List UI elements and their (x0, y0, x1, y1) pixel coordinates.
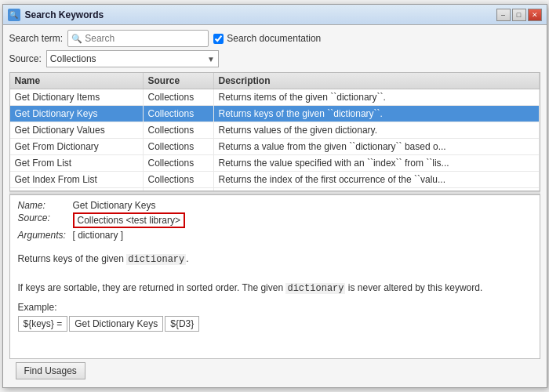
source-label: Source: (9, 53, 42, 64)
find-usages-button[interactable]: Find Usages (16, 362, 85, 379)
desc-line2: If keys are sortable, they are returned … (18, 281, 532, 296)
detail-args-label: Arguments: (18, 230, 73, 241)
cell-name: Get Dictionary Items (10, 89, 144, 105)
table-row[interactable]: Get From DictionaryCollectionsReturns a … (10, 139, 540, 155)
detail-args-value: [ dictionary ] (73, 230, 124, 241)
cell-name: Get Dictionary Values (10, 122, 144, 138)
search-icon: 🔍 (71, 34, 82, 44)
cell-description: Returns the value specified with an ``in… (214, 155, 540, 171)
search-row: Search term: 🔍 Search documentation (9, 30, 540, 47)
desc-dict-code2: dictionary (285, 283, 345, 294)
table-row[interactable]: Get Dictionary ItemsCollectionsReturns i… (10, 89, 540, 106)
title-bar: 🔍 Search Keywords – □ ✕ (3, 5, 547, 25)
table-body: Get Dictionary ItemsCollectionsReturns i… (10, 89, 540, 191)
cell-description: Returns values of the given dictionary. (214, 122, 540, 138)
source-dropdown[interactable]: Collections ▼ (46, 50, 219, 67)
col-header-source: Source (144, 73, 214, 89)
detail-source-row: Source: Collections <test library> (18, 212, 532, 228)
search-docs-checkbox-label[interactable]: Search documentation (213, 33, 321, 44)
example-section: Example: ${keys} =Get Dictionary Keys${D… (18, 302, 532, 332)
cell-source: Collections (144, 188, 214, 191)
close-button[interactable]: ✕ (528, 9, 542, 21)
search-term-label: Search term: (9, 33, 64, 44)
dropdown-arrow-icon: ▼ (207, 55, 215, 64)
maximize-button[interactable]: □ (512, 9, 526, 21)
content-area: Search term: 🔍 Search documentation Sour… (3, 25, 547, 387)
detail-args-row: Arguments: [ dictionary ] (18, 230, 532, 241)
cell-source: Collections (144, 155, 214, 171)
cell-description: Returns a value from the given ``diction… (214, 139, 540, 154)
cell-name: Get From Dictionary (10, 139, 144, 154)
search-input[interactable] (85, 33, 205, 44)
cell-description: Returns the count of matches to ``patter… (214, 188, 540, 191)
source-selected-value: Collections (50, 53, 207, 64)
example-box: Get Dictionary Keys (69, 316, 163, 332)
table-row[interactable]: Get Index From ListCollectionsReturns th… (10, 172, 540, 188)
search-docs-checkbox[interactable] (213, 34, 224, 44)
cell-source: Collections (144, 139, 214, 154)
table-row[interactable]: Get From ListCollectionsReturns the valu… (10, 155, 540, 172)
desc-line1: Returns keys of the given dictionary. (18, 252, 532, 267)
detail-panel: Name: Get Dictionary Keys Source: Collec… (9, 194, 540, 359)
cell-name: Get Match Count (10, 188, 144, 191)
window-title: Search Keywords (25, 9, 496, 20)
cell-name: Get Index From List (10, 172, 144, 187)
cell-description: Returns keys of the given ``dictionary``… (214, 106, 540, 122)
desc-dict-code: dictionary (126, 254, 186, 265)
main-window: 🔍 Search Keywords – □ ✕ Search term: 🔍 S… (2, 4, 547, 388)
cell-name: Get From List (10, 155, 144, 171)
minimize-button[interactable]: – (496, 9, 511, 21)
cell-description: Returns the index of the first occurrenc… (214, 172, 540, 187)
cell-source: Collections (144, 106, 214, 122)
detail-source-value: Collections <test library> (73, 212, 185, 228)
table-row[interactable]: Get Dictionary ValuesCollectionsReturns … (10, 122, 540, 139)
detail-name-row: Name: Get Dictionary Keys (18, 200, 532, 211)
detail-description: Returns keys of the given dictionary. If… (18, 252, 532, 296)
cell-source: Collections (144, 172, 214, 187)
title-bar-buttons: – □ ✕ (496, 9, 542, 21)
table-header: Name Source Description (10, 73, 540, 89)
keywords-table: Name Source Description Get Dictionary I… (9, 72, 540, 191)
search-box[interactable]: 🔍 (67, 30, 209, 47)
cell-description: Returns items of the given ``dictionary`… (214, 89, 540, 105)
col-header-name: Name (10, 73, 144, 89)
detail-name-label: Name: (18, 200, 73, 211)
cell-source: Collections (144, 89, 214, 105)
search-docs-label: Search documentation (227, 33, 321, 44)
cell-name: Get Dictionary Keys (10, 106, 144, 122)
detail-name-value: Get Dictionary Keys (73, 200, 156, 211)
table-row[interactable]: Get Match CountCollectionsReturns the co… (10, 188, 540, 191)
example-box: ${keys} = (18, 316, 68, 332)
example-boxes: ${keys} =Get Dictionary Keys${D3} (18, 316, 532, 332)
example-box: ${D3} (165, 316, 199, 332)
detail-source-label: Source: (18, 212, 73, 223)
col-header-description: Description (214, 73, 540, 89)
table-row[interactable]: Get Dictionary KeysCollectionsReturns ke… (10, 106, 540, 122)
window-icon: 🔍 (8, 9, 20, 21)
source-row: Source: Collections ▼ (9, 50, 540, 67)
bottom-bar: Find Usages (9, 359, 540, 383)
example-label: Example: (18, 302, 532, 313)
cell-source: Collections (144, 122, 214, 138)
